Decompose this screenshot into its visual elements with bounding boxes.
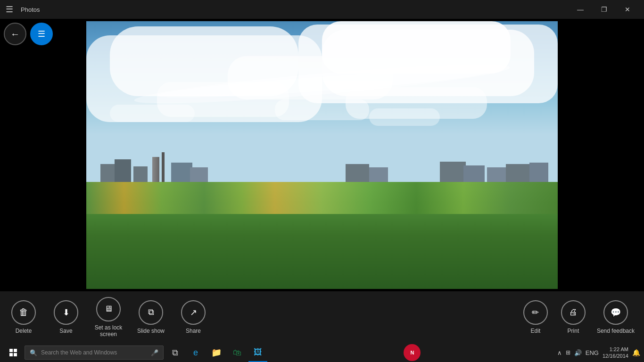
share-icon: ↗ <box>190 307 197 318</box>
back-button[interactable]: ← <box>4 23 26 45</box>
slideshow-icon-circle: ⧉ <box>139 300 163 325</box>
save-icon: ⬇ <box>63 307 70 318</box>
notification-logo: N <box>410 350 414 355</box>
clock-date: 12/16/2014 <box>603 353 628 359</box>
internet-explorer-button[interactable]: e <box>186 343 205 362</box>
start-button[interactable] <box>4 343 23 362</box>
print-icon: 🖨 <box>569 307 578 317</box>
file-explorer-icon: 📁 <box>211 347 222 358</box>
file-explorer-button[interactable]: 📁 <box>207 343 226 362</box>
share-icon-circle: ↗ <box>181 300 206 325</box>
save-label: Save <box>59 328 72 334</box>
maximize-button[interactable]: ❐ <box>593 2 615 17</box>
menu-icon: ☰ <box>38 29 45 39</box>
toolbar-left: 🗑 Delete ⬇ Save 🖥 Set as lock screen ⧉ S… <box>9 297 207 338</box>
notifications-bell-icon[interactable]: 🔔 <box>632 349 640 356</box>
close-button[interactable]: ✕ <box>617 2 638 17</box>
lockscreen-icon: 🖥 <box>104 304 113 314</box>
volume-icon[interactable]: 🔊 <box>574 349 582 356</box>
set-lock-screen-label: Set as lock screen <box>95 324 123 338</box>
print-icon-circle: 🖨 <box>561 300 586 325</box>
chevron-up-icon[interactable]: ∧ <box>557 349 562 356</box>
feedback-icon: 💬 <box>611 307 621 318</box>
set-lock-screen-toolbar-item[interactable]: 🖥 Set as lock screen <box>94 297 123 338</box>
edit-label: Edit <box>531 328 541 334</box>
send-feedback-toolbar-item[interactable]: 💬 Send feedback <box>597 300 635 334</box>
title-bar-controls: — ❐ ✕ <box>570 2 638 17</box>
lockscreen-icon-circle: 🖥 <box>96 297 121 321</box>
delete-label: Delete <box>16 328 32 334</box>
photo-scene <box>86 21 558 289</box>
photos-app-button[interactable]: 🖼 <box>248 343 267 362</box>
send-feedback-label: Send feedback <box>597 328 635 334</box>
store-button[interactable]: 🛍 <box>228 343 247 362</box>
internet-explorer-icon: e <box>193 348 198 358</box>
taskbar-right: ∧ ⊞ 🔊 ENG 1:22 AM 12/16/2014 🔔 <box>557 346 640 360</box>
title-bar: ☰ Photos — ❐ ✕ <box>0 0 644 19</box>
top-controls: ← ☰ <box>4 23 53 45</box>
slideshow-label: Slide show <box>137 328 165 334</box>
notification-badge: N <box>404 344 421 361</box>
menu-button[interactable]: ☰ <box>30 23 53 45</box>
share-toolbar-item[interactable]: ↗ Share <box>179 300 207 334</box>
edit-icon: ✏ <box>532 307 539 318</box>
network-icon[interactable]: ⊞ <box>566 349 570 356</box>
minimize-button[interactable]: — <box>570 2 591 17</box>
language-indicator[interactable]: ENG <box>586 349 599 356</box>
feedback-icon-circle: 💬 <box>603 300 628 325</box>
delete-icon-circle: 🗑 <box>11 300 36 325</box>
toolbar-right: ✏ Edit 🖨 Print 💬 Send feedback <box>521 300 635 334</box>
microphone-icon[interactable]: 🎤 <box>151 349 158 356</box>
search-bar[interactable]: 🔍 🎤 <box>25 346 164 360</box>
ground-layer <box>86 182 558 289</box>
app-title: Photos <box>21 6 40 13</box>
back-icon: ← <box>10 29 20 40</box>
delete-icon: 🗑 <box>19 307 28 318</box>
task-view-icon: ⧉ <box>172 348 178 358</box>
save-icon-circle: ⬇ <box>54 300 78 325</box>
hamburger-menu-icon[interactable]: ☰ <box>6 4 13 15</box>
task-view-button[interactable]: ⧉ <box>165 343 184 362</box>
slideshow-icon: ⧉ <box>148 307 154 317</box>
store-icon: 🛍 <box>233 348 241 358</box>
clock-time: 1:22 AM <box>603 346 628 353</box>
edit-icon-circle: ✏ <box>523 300 548 325</box>
slideshow-toolbar-item[interactable]: ⧉ Slide show <box>137 300 165 334</box>
share-label: Share <box>186 328 201 334</box>
delete-toolbar-item[interactable]: 🗑 Delete <box>9 300 38 334</box>
photos-app-icon: 🖼 <box>254 347 262 357</box>
print-toolbar-item[interactable]: 🖨 Print <box>559 300 587 334</box>
title-bar-left: ☰ Photos <box>6 4 40 15</box>
photo-container: ← ☰ <box>0 19 644 291</box>
notification-area-icon[interactable]: N <box>402 343 422 362</box>
clock[interactable]: 1:22 AM 12/16/2014 <box>603 346 628 360</box>
edit-toolbar-item[interactable]: ✏ Edit <box>521 300 550 334</box>
bottom-toolbar: 🗑 Delete ⬇ Save 🖥 Set as lock screen ⧉ S… <box>0 291 644 343</box>
search-icon: 🔍 <box>30 349 37 356</box>
photo-display <box>86 21 558 289</box>
search-input[interactable] <box>41 349 145 356</box>
print-label: Print <box>568 328 579 334</box>
save-toolbar-item[interactable]: ⬇ Save <box>52 300 80 334</box>
taskbar: 🔍 🎤 ⧉ e 📁 🛍 🖼 N ∧ ⊞ 🔊 ENG 1:22 AM 12/16/… <box>0 343 644 362</box>
windows-logo-icon <box>9 349 17 356</box>
